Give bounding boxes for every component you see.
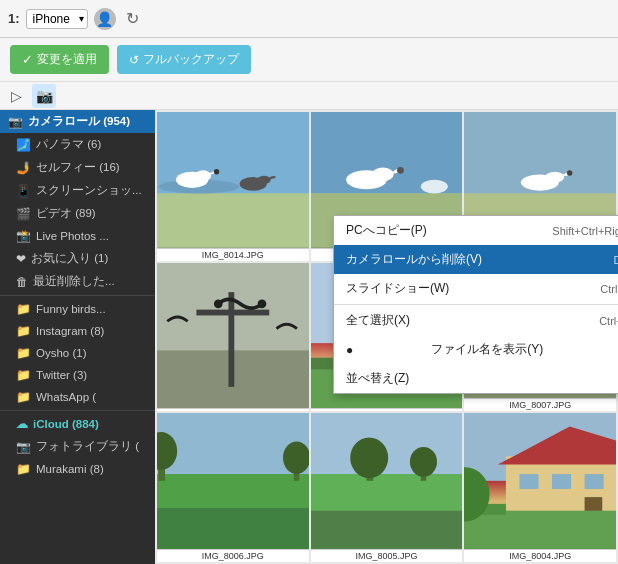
svg-point-5 xyxy=(214,169,219,174)
sidebar-item-favorites[interactable]: ❤ お気に入り (1) xyxy=(0,247,155,270)
photo-cell[interactable]: IMG_8006.JPG xyxy=(157,413,309,562)
ctx-item-delete-from-camera-roll[interactable]: カメラロールから削除(V) Del xyxy=(334,245,618,274)
svg-rect-57 xyxy=(520,474,539,489)
svg-point-7 xyxy=(257,176,271,184)
sidebar-item-label: WhatsApp ( xyxy=(36,391,96,403)
tab-camera[interactable]: 📷 xyxy=(32,84,56,108)
video-icon: 🎬 xyxy=(16,207,31,221)
sidebar-item-label: フォトライブラリ ( xyxy=(36,439,139,454)
ctx-item-copy-to-pc[interactable]: PCへコピー(P) Shift+Ctrl+Right xyxy=(334,216,618,245)
photo-cell[interactable] xyxy=(157,263,309,412)
svg-rect-22 xyxy=(196,309,269,315)
ctx-item-sort[interactable]: 並べ替え(Z) › xyxy=(334,364,618,393)
sidebar-item-oysho[interactable]: 📁 Oysho (1) xyxy=(0,342,155,364)
photo-cell[interactable]: IMG_8014.JPG xyxy=(157,112,309,261)
sidebar-item-camera-roll[interactable]: 📷 カメラロール (954) xyxy=(0,110,155,133)
sidebar-item-label: Twitter (3) xyxy=(36,369,87,381)
svg-point-24 xyxy=(258,299,267,308)
ctx-item-label: PCへコピー(P) xyxy=(346,222,427,239)
svg-point-52 xyxy=(410,447,437,477)
photo-label xyxy=(311,408,463,411)
icloud-icon: ☁ xyxy=(16,417,28,431)
apply-check-icon: ✓ xyxy=(22,52,33,67)
photo-cell[interactable]: IMG_8004.JPG xyxy=(464,413,616,562)
sidebar-item-label: iCloud (884) xyxy=(33,418,99,430)
sidebar-item-funny-birds[interactable]: 📁 Funny birds... xyxy=(0,298,155,320)
sidebar-divider-2 xyxy=(0,410,155,411)
sidebar-item-instagram[interactable]: 📁 Instagram (8) xyxy=(0,320,155,342)
sidebar-item-label: Oysho (1) xyxy=(36,347,87,359)
favorites-icon: ❤ xyxy=(16,252,26,266)
sidebar-item-label: ビデオ (89) xyxy=(36,206,96,221)
photo-thumbnail xyxy=(311,413,463,549)
folder-icon: 📁 xyxy=(16,368,31,382)
sidebar-item-murakami[interactable]: 📁 Murakami (8) xyxy=(0,458,155,480)
svg-point-12 xyxy=(397,167,404,174)
context-menu: PCへコピー(P) Shift+Ctrl+Right カメラロールから削除(V)… xyxy=(333,215,618,394)
svg-point-50 xyxy=(350,438,388,479)
sidebar-item-icloud[interactable]: ☁ iCloud (884) xyxy=(0,413,155,435)
svg-point-11 xyxy=(372,168,394,182)
photo-thumbnail xyxy=(157,112,309,248)
tab-play[interactable]: ▷ xyxy=(4,84,28,108)
ctx-item-slideshow[interactable]: スライドショー(W) Ctrl+L xyxy=(334,274,618,303)
account-icon[interactable]: 👤 xyxy=(94,8,116,30)
svg-point-13 xyxy=(420,180,447,194)
sidebar-item-selfie[interactable]: 🤳 セルフィー (16) xyxy=(0,156,155,179)
photo-library-icon: 📷 xyxy=(16,440,31,454)
sidebar-item-recently-deleted[interactable]: 🗑 最近削除した... xyxy=(0,270,155,293)
ctx-shortcut: Ctrl+L xyxy=(600,283,618,295)
apply-changes-button[interactable]: ✓ 変更を適用 xyxy=(10,45,109,74)
sidebar-item-livephotos[interactable]: 📸 Live Photos ... xyxy=(0,225,155,247)
photo-label: IMG_8004.JPG xyxy=(464,549,616,562)
sidebar-item-twitter[interactable]: 📁 Twitter (3) xyxy=(0,364,155,386)
sidebar-item-whatsapp[interactable]: 📁 WhatsApp ( xyxy=(0,386,155,408)
action-bar: ✓ 変更を適用 ↺ フルバックアップ xyxy=(0,38,618,82)
sidebar-item-label: Murakami (8) xyxy=(36,463,104,475)
ctx-bullet: ● xyxy=(346,343,353,357)
panorama-icon: 🗾 xyxy=(16,138,31,152)
sidebar-item-label: カメラロール (954) xyxy=(28,114,130,129)
photo-label: IMG_8006.JPG xyxy=(157,549,309,562)
full-backup-button[interactable]: ↺ フルバックアップ xyxy=(117,45,251,74)
sidebar-item-label: Funny birds... xyxy=(36,303,106,315)
tab-bar: ▷ 📷 xyxy=(0,82,618,110)
svg-point-23 xyxy=(214,299,223,308)
ctx-item-label: ファイル名を表示(Y) xyxy=(431,341,543,358)
photo-label: IMG_8005.JPG xyxy=(311,549,463,562)
selfie-icon: 🤳 xyxy=(16,161,31,175)
photo-thumbnail xyxy=(464,413,616,549)
sidebar-item-label: お気に入り (1) xyxy=(31,251,108,266)
ctx-item-label: 全て選択(X) xyxy=(346,312,410,329)
svg-rect-61 xyxy=(464,511,616,549)
svg-rect-1 xyxy=(157,193,309,247)
sidebar-item-panorama[interactable]: 🗾 パノラマ (6) xyxy=(0,133,155,156)
sidebar-item-label: 最近削除した... xyxy=(33,274,115,289)
svg-rect-58 xyxy=(552,474,571,489)
ctx-item-show-filename[interactable]: ● ファイル名を表示(Y) F4 xyxy=(334,335,618,364)
device-select[interactable]: iPhone xyxy=(26,9,88,29)
ctx-item-label: 並べ替え(Z) xyxy=(346,370,409,387)
photo-cell[interactable]: IMG_8005.JPG xyxy=(311,413,463,562)
refresh-icon[interactable]: ↻ xyxy=(122,8,144,30)
svg-point-4 xyxy=(195,170,211,181)
ctx-item-label: カメラロールから削除(V) xyxy=(346,251,482,268)
svg-point-17 xyxy=(546,172,565,183)
sidebar-item-label: Live Photos ... xyxy=(36,230,109,242)
sidebar-item-photo-library[interactable]: 📷 フォトライブラリ ( xyxy=(0,435,155,458)
ctx-item-select-all[interactable]: 全て選択(X) Ctrl+A xyxy=(334,306,618,335)
svg-rect-53 xyxy=(311,511,463,549)
folder-icon: 📁 xyxy=(16,324,31,338)
ctx-shortcut: Del xyxy=(613,254,618,266)
sidebar-divider xyxy=(0,295,155,296)
device-dropdown-wrap[interactable]: iPhone xyxy=(26,9,88,29)
screenshot-icon: 📱 xyxy=(16,184,31,198)
sidebar-item-screenshot[interactable]: 📱 スクリーンショッ... xyxy=(0,179,155,202)
photo-label: IMG_8007.JPG xyxy=(464,398,616,411)
camera-roll-icon: 📷 xyxy=(8,115,23,129)
sidebar-item-video[interactable]: 🎬 ビデオ (89) xyxy=(0,202,155,225)
folder-icon: 📁 xyxy=(16,346,31,360)
sidebar-item-label: スクリーンショッ... xyxy=(36,183,142,198)
deleted-icon: 🗑 xyxy=(16,275,28,289)
svg-rect-59 xyxy=(585,474,604,489)
